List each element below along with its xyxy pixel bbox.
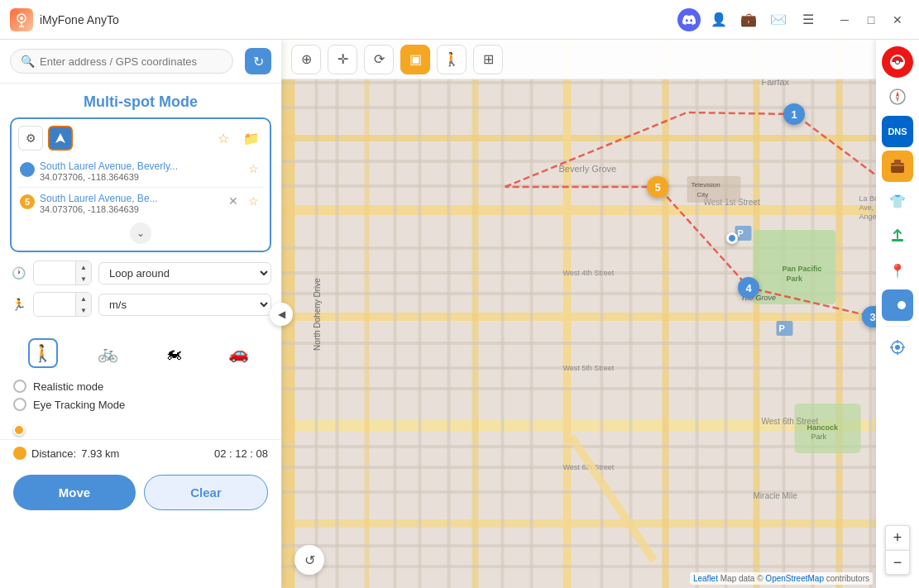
repeat-up-button[interactable]: ▲ <box>76 261 91 273</box>
waypoint-item[interactable]: South Laurel Avenue, Beverly... 34.07370… <box>18 157 263 185</box>
distance-icon <box>13 447 26 460</box>
close-button[interactable]: ✕ <box>886 8 909 31</box>
rectangle-tool-button[interactable]: ▣ <box>400 45 430 74</box>
eye-tracking-mode-option[interactable]: Eye Tracking Mode <box>13 398 268 411</box>
svg-text:P: P <box>779 323 785 333</box>
svg-point-80 <box>897 301 906 309</box>
briefcase-icon[interactable]: 💼 <box>737 8 760 31</box>
zoom-out-button[interactable]: − <box>885 550 910 575</box>
loop-mode-select[interactable]: Loop around Back and forth <box>98 262 271 284</box>
waypoints-toolbar: ⚙ ☆ 📁 <box>18 126 263 151</box>
move-tool-button[interactable]: ✛ <box>328 45 357 74</box>
map-pin-5[interactable]: 5 <box>647 176 668 198</box>
menu-icon[interactable]: ☰ <box>797 8 820 31</box>
svg-rect-37 <box>530 40 534 588</box>
svg-rect-36 <box>501 40 505 588</box>
navigate-tool-button[interactable] <box>48 126 73 151</box>
realistic-mode-option[interactable]: Realistic mode <box>13 380 268 393</box>
waypoint-coords: 34.073706, -118.364639 <box>40 172 245 182</box>
compass-button[interactable] <box>882 81 913 112</box>
title-bar: iMyFone AnyTo 👤 💼 ✉️ ☰ ─ □ ✕ <box>0 0 919 40</box>
locate-me-button[interactable] <box>882 332 913 363</box>
svg-rect-14 <box>472 40 479 588</box>
location-marker-row <box>0 421 281 439</box>
svg-rect-40 <box>696 40 699 588</box>
speed-input[interactable]: 1.00 <box>34 295 75 314</box>
mail-icon[interactable]: ✉️ <box>767 8 790 31</box>
waypoint-remove-button[interactable]: ✕ <box>225 193 242 209</box>
search-bar: 🔍 ↻ <box>0 40 281 84</box>
maximize-button[interactable]: □ <box>859 8 883 31</box>
toggle-button[interactable] <box>882 289 913 321</box>
svg-text:P: P <box>738 228 744 238</box>
time-value: 02 : 12 : 08 <box>214 447 268 460</box>
layers-tool-button[interactable]: ⊞ <box>473 45 503 74</box>
collapse-sidebar-button[interactable]: ◀ <box>270 303 293 326</box>
action-buttons: Move Clear <box>0 466 281 519</box>
speed-spinner[interactable]: 1.00 ▲ ▼ <box>33 292 92 317</box>
osm-link[interactable]: OpenStreetMap <box>765 574 824 583</box>
svg-rect-42 <box>783 40 786 588</box>
walk-transport-button[interactable]: 🚶 <box>28 338 58 368</box>
car-transport-button[interactable]: 🚗 <box>224 338 254 368</box>
person-tool-button[interactable]: 🚶 <box>437 45 467 74</box>
minimize-button[interactable]: ─ <box>833 8 856 31</box>
link-tool-button[interactable]: ⚙ <box>18 126 43 151</box>
move-button[interactable]: Move <box>13 475 136 510</box>
svg-rect-38 <box>601 40 604 588</box>
clear-button[interactable]: Clear <box>144 475 268 510</box>
distance-label: Distance: <box>31 447 76 460</box>
bike-transport-button[interactable]: 🚲 <box>93 338 123 368</box>
upload-button[interactable] <box>882 220 913 251</box>
svg-rect-41 <box>725 40 728 588</box>
waypoint-star-button-2[interactable]: ☆ <box>245 193 261 209</box>
moto-transport-button[interactable]: 🏍 <box>159 338 189 368</box>
repeat-count-input[interactable]: 2 <box>34 264 75 283</box>
map-pin-4[interactable]: 4 <box>738 277 759 299</box>
user-icon[interactable]: 👤 <box>707 8 730 31</box>
compass-tool-button[interactable]: ⊕ <box>291 45 321 74</box>
svg-rect-33 <box>394 40 397 588</box>
repeat-down-button[interactable]: ▼ <box>76 273 91 284</box>
map-pin-1[interactable]: 1 <box>783 103 805 125</box>
app-logo <box>10 8 33 31</box>
chevron-down-button[interactable]: ⌄ <box>18 222 263 244</box>
svg-rect-63 <box>687 176 741 203</box>
transport-modes: 🚶 🚲 🏍 🚗 <box>0 332 281 375</box>
waypoint-item[interactable]: 5 South Laurel Avenue, Be... 34.073706, … <box>18 189 263 218</box>
waypoint-star-button[interactable]: ☆ <box>245 160 261 177</box>
back-button[interactable]: ↺ <box>294 545 324 575</box>
leaflet-link[interactable]: Leaflet <box>693 574 718 583</box>
pokemon-ball-button[interactable] <box>882 46 913 78</box>
map-marker-button[interactable]: 📍 <box>882 255 913 286</box>
waypoint-dot <box>20 162 35 177</box>
refresh-button[interactable]: ↻ <box>245 48 271 74</box>
discord-icon[interactable] <box>677 8 701 31</box>
svg-rect-76 <box>894 160 901 165</box>
repeat-spinner[interactable]: 2 ▲ ▼ <box>33 261 92 285</box>
map-background: Pan Pacific Park Hancock Park P P Beverl… <box>281 40 919 588</box>
speed-unit-select[interactable]: m/s km/h mph <box>98 294 271 316</box>
map-toolbar: ⊕ ✛ ⟳ ▣ 🚶 ⊞ <box>281 40 876 79</box>
svg-text:West 6th Street: West 6th Street <box>762 417 819 426</box>
zoom-in-button[interactable]: + <box>885 525 910 550</box>
favorite-button[interactable]: ☆ <box>212 127 235 150</box>
folder-button[interactable]: 📁 <box>240 127 263 150</box>
svg-rect-35 <box>448 40 451 588</box>
realistic-mode-radio[interactable] <box>13 380 26 393</box>
waypoints-panel: ⚙ ☆ 📁 South Laurel Avenue, Beverly... 34… <box>10 117 271 252</box>
window-controls: ─ □ ✕ <box>833 8 909 31</box>
speed-down-button[interactable]: ▼ <box>76 304 91 316</box>
svg-text:Television: Television <box>692 181 720 189</box>
svg-rect-15 <box>365 40 370 588</box>
route-tool-button[interactable]: ⟳ <box>364 45 394 74</box>
eye-tracking-mode-radio[interactable] <box>13 398 26 411</box>
dns-button[interactable]: DNS <box>882 116 913 147</box>
orange-box-button[interactable] <box>882 151 913 182</box>
speed-control-row: 🏃 1.00 ▲ ▼ m/s km/h mph <box>10 292 271 317</box>
speed-up-button[interactable]: ▲ <box>76 293 91 304</box>
svg-marker-73 <box>896 91 899 97</box>
search-input[interactable] <box>40 55 223 68</box>
svg-text:Miracle Mile: Miracle Mile <box>754 491 798 500</box>
shirt-button[interactable]: 👕 <box>882 185 913 217</box>
